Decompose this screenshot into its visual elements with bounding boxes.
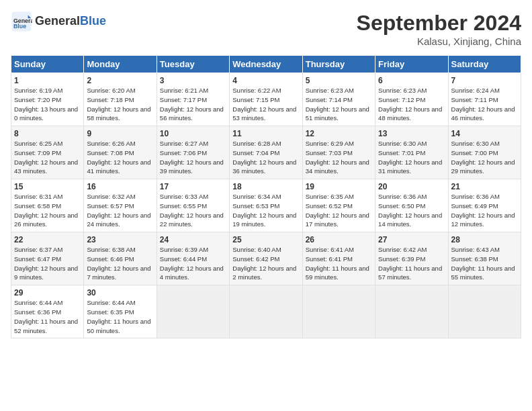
calendar-day-cell: 13Sunrise: 6:30 AMSunset: 7:01 PMDayligh… [375, 126, 448, 179]
day-number: 11 [232, 129, 299, 138]
day-number: 4 [232, 76, 299, 85]
calendar-day-cell: 5Sunrise: 6:23 AMSunset: 7:14 PMDaylight… [302, 73, 375, 126]
calendar-day-cell: 23Sunrise: 6:38 AMSunset: 6:46 PMDayligh… [84, 232, 157, 285]
col-saturday: Saturday [448, 56, 521, 73]
day-number: 26 [306, 235, 372, 244]
day-number: 24 [160, 235, 226, 244]
calendar-day-cell: 28Sunrise: 6:43 AMSunset: 6:38 PMDayligh… [448, 232, 521, 285]
calendar-day-cell: 10Sunrise: 6:27 AMSunset: 7:06 PMDayligh… [157, 126, 229, 179]
day-number: 27 [378, 235, 445, 244]
calendar-day-cell [230, 285, 302, 338]
month-title: September 2024 [357, 11, 521, 36]
day-info: Sunrise: 6:24 AMSunset: 7:11 PMDaylight:… [451, 86, 518, 123]
day-number: 30 [87, 288, 153, 298]
logo-text: GeneralBlue [35, 15, 106, 28]
day-number: 3 [160, 76, 226, 85]
day-info: Sunrise: 6:29 AMSunset: 7:03 PMDaylight:… [306, 139, 372, 176]
day-info: Sunrise: 6:42 AMSunset: 6:39 PMDaylight:… [378, 245, 445, 282]
col-monday: Monday [84, 56, 157, 73]
day-info: Sunrise: 6:44 AMSunset: 6:35 PMDaylight:… [87, 298, 153, 335]
day-number: 10 [160, 129, 226, 138]
day-number: 1 [14, 76, 81, 85]
calendar-day-cell: 24Sunrise: 6:39 AMSunset: 6:44 PMDayligh… [157, 232, 229, 285]
day-number: 19 [306, 182, 372, 191]
calendar-day-cell: 6Sunrise: 6:23 AMSunset: 7:12 PMDaylight… [375, 73, 448, 126]
calendar-day-cell: 17Sunrise: 6:33 AMSunset: 6:55 PMDayligh… [157, 179, 229, 232]
day-info: Sunrise: 6:30 AMSunset: 7:00 PMDaylight:… [451, 139, 518, 176]
calendar-day-cell: 4Sunrise: 6:22 AMSunset: 7:15 PMDaylight… [230, 73, 302, 126]
calendar-week-row: 8Sunrise: 6:25 AMSunset: 7:09 PMDaylight… [11, 126, 521, 179]
day-info: Sunrise: 6:21 AMSunset: 7:17 PMDaylight:… [160, 86, 226, 123]
day-number: 20 [378, 182, 445, 191]
day-info: Sunrise: 6:23 AMSunset: 7:12 PMDaylight:… [378, 86, 445, 123]
day-number: 8 [14, 129, 81, 138]
day-number: 16 [87, 182, 153, 191]
day-number: 21 [451, 182, 518, 191]
page-header: General Blue GeneralBlue September 2024 … [11, 11, 521, 47]
calendar-day-cell: 9Sunrise: 6:26 AMSunset: 7:08 PMDaylight… [84, 126, 157, 179]
calendar-day-cell: 15Sunrise: 6:31 AMSunset: 6:58 PMDayligh… [11, 179, 84, 232]
calendar-week-row: 22Sunrise: 6:37 AMSunset: 6:47 PMDayligh… [11, 232, 521, 285]
calendar-day-cell: 22Sunrise: 6:37 AMSunset: 6:47 PMDayligh… [11, 232, 84, 285]
col-sunday: Sunday [11, 56, 84, 73]
day-number: 13 [378, 129, 445, 138]
day-info: Sunrise: 6:27 AMSunset: 7:06 PMDaylight:… [160, 139, 226, 176]
day-info: Sunrise: 6:37 AMSunset: 6:47 PMDaylight:… [14, 245, 81, 282]
calendar-day-cell: 26Sunrise: 6:41 AMSunset: 6:41 PMDayligh… [302, 232, 375, 285]
day-info: Sunrise: 6:41 AMSunset: 6:41 PMDaylight:… [306, 245, 372, 282]
day-info: Sunrise: 6:33 AMSunset: 6:55 PMDaylight:… [160, 192, 226, 229]
day-info: Sunrise: 6:34 AMSunset: 6:53 PMDaylight:… [232, 192, 299, 229]
calendar-day-cell: 12Sunrise: 6:29 AMSunset: 7:03 PMDayligh… [302, 126, 375, 179]
day-info: Sunrise: 6:36 AMSunset: 6:50 PMDaylight:… [378, 192, 445, 229]
svg-text:Blue: Blue [13, 23, 26, 30]
calendar-day-cell: 1Sunrise: 6:19 AMSunset: 7:20 PMDaylight… [11, 73, 84, 126]
day-info: Sunrise: 6:22 AMSunset: 7:15 PMDaylight:… [232, 86, 299, 123]
day-number: 29 [14, 288, 81, 298]
calendar-day-cell [302, 285, 375, 338]
calendar-table: Sunday Monday Tuesday Wednesday Thursday… [11, 55, 521, 338]
col-tuesday: Tuesday [157, 56, 229, 73]
calendar-day-cell: 8Sunrise: 6:25 AMSunset: 7:09 PMDaylight… [11, 126, 84, 179]
day-info: Sunrise: 6:32 AMSunset: 6:57 PMDaylight:… [87, 192, 153, 229]
calendar-day-cell: 27Sunrise: 6:42 AMSunset: 6:39 PMDayligh… [375, 232, 448, 285]
calendar-day-cell: 25Sunrise: 6:40 AMSunset: 6:42 PMDayligh… [230, 232, 302, 285]
day-info: Sunrise: 6:38 AMSunset: 6:46 PMDaylight:… [87, 245, 153, 282]
calendar-week-row: 29Sunrise: 6:44 AMSunset: 6:36 PMDayligh… [11, 285, 521, 338]
day-number: 2 [87, 76, 153, 85]
calendar-day-cell: 18Sunrise: 6:34 AMSunset: 6:53 PMDayligh… [230, 179, 302, 232]
day-info: Sunrise: 6:36 AMSunset: 6:49 PMDaylight:… [451, 192, 518, 229]
day-number: 5 [306, 76, 372, 85]
location: Kalasu, Xinjiang, China [357, 36, 521, 47]
col-friday: Friday [375, 56, 448, 73]
calendar-day-cell: 21Sunrise: 6:36 AMSunset: 6:49 PMDayligh… [448, 179, 521, 232]
calendar-day-cell [375, 285, 448, 338]
col-thursday: Thursday [302, 56, 375, 73]
calendar-day-cell: 20Sunrise: 6:36 AMSunset: 6:50 PMDayligh… [375, 179, 448, 232]
col-wednesday: Wednesday [230, 56, 302, 73]
day-number: 9 [87, 129, 153, 138]
day-number: 15 [14, 182, 81, 191]
logo: General Blue GeneralBlue [11, 11, 106, 32]
day-number: 22 [14, 235, 81, 244]
calendar-day-cell: 3Sunrise: 6:21 AMSunset: 7:17 PMDaylight… [157, 73, 229, 126]
day-info: Sunrise: 6:30 AMSunset: 7:01 PMDaylight:… [378, 139, 445, 176]
calendar-day-cell: 2Sunrise: 6:20 AMSunset: 7:18 PMDaylight… [84, 73, 157, 126]
day-info: Sunrise: 6:23 AMSunset: 7:14 PMDaylight:… [306, 86, 372, 123]
logo-icon: General Blue [11, 11, 32, 32]
calendar-day-cell: 19Sunrise: 6:35 AMSunset: 6:52 PMDayligh… [302, 179, 375, 232]
day-info: Sunrise: 6:40 AMSunset: 6:42 PMDaylight:… [232, 245, 299, 282]
day-number: 14 [451, 129, 518, 138]
calendar-day-cell [448, 285, 521, 338]
day-number: 7 [451, 76, 518, 85]
day-number: 25 [232, 235, 299, 244]
day-number: 23 [87, 235, 153, 244]
day-info: Sunrise: 6:31 AMSunset: 6:58 PMDaylight:… [14, 192, 81, 229]
calendar-day-cell: 29Sunrise: 6:44 AMSunset: 6:36 PMDayligh… [11, 285, 84, 338]
day-number: 12 [306, 129, 372, 138]
day-info: Sunrise: 6:44 AMSunset: 6:36 PMDaylight:… [14, 298, 81, 335]
day-info: Sunrise: 6:28 AMSunset: 7:04 PMDaylight:… [232, 139, 299, 176]
day-info: Sunrise: 6:43 AMSunset: 6:38 PMDaylight:… [451, 245, 518, 282]
calendar-day-cell: 16Sunrise: 6:32 AMSunset: 6:57 PMDayligh… [84, 179, 157, 232]
day-number: 6 [378, 76, 445, 85]
calendar-day-cell: 14Sunrise: 6:30 AMSunset: 7:00 PMDayligh… [448, 126, 521, 179]
